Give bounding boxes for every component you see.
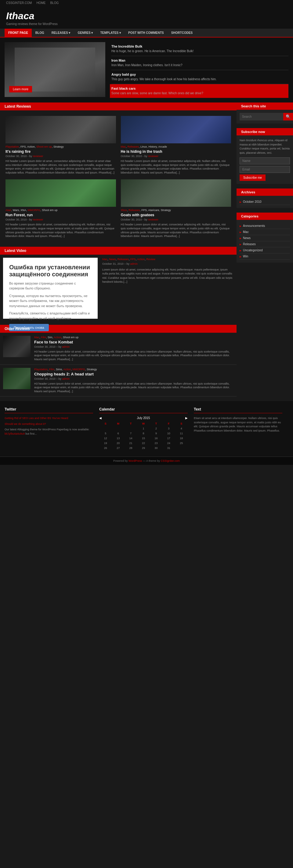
review-card-2-title[interactable]: He is hiding in the trash — [121, 150, 231, 154]
footer-text-content: Etiam sit amet arcu at interdum ullamcor… — [194, 416, 282, 433]
hero-item-4: Fast black cars Some cars are slow, some… — [110, 84, 288, 98]
topbar-link-blog[interactable]: BLOG — [50, 1, 59, 5]
older-card-1-meta: October 30, 2010 – by admin — [34, 345, 233, 348]
review-card-3-tags: Atari, Wars, XNA, MMORPG, Shoot em up — [5, 209, 116, 212]
nav-item-post-with-comments[interactable]: POST WITH COMMENTS — [124, 29, 168, 37]
categories-section-header: Categories — [237, 213, 293, 220]
review-card-2-excerpt: H3 header Lorem ipsum dolor sit amet, co… — [121, 159, 231, 175]
subscribe-email-input[interactable] — [240, 166, 290, 173]
category-releases: Releases — [240, 241, 290, 247]
cal-week-3: 121314 15161718 — [99, 436, 188, 441]
footer-twitter-item-1: Getting Rid of SEO Lies and Other BS You… — [5, 416, 93, 421]
hero-item-3: Angry bald guy This guy gets angry. We t… — [111, 70, 288, 84]
cal-header-t2: T — [150, 421, 163, 426]
calendar-table: S M T W T F S 1234 567 — [99, 421, 188, 451]
cal-header-s2: S — [175, 421, 188, 426]
video-error-title: Ошибка при установлениизащищённого соеди… — [9, 264, 90, 278]
category-announcements: Announcements — [240, 223, 290, 229]
older-reviews-section: Older Reviews Mac, Film, Sim, Action, Sh… — [0, 325, 237, 397]
hero-item-3-text: This guy gets angry. We take a thorough … — [111, 77, 288, 82]
main-nav: FRONT PAGE BLOG RELEASES ▾ GENRES ▾ TEMP… — [0, 29, 293, 37]
hero-side: The Incredible Bulk He is huge, he is gr… — [105, 42, 288, 98]
hero-item-1: The Incredible Bulk He is huge, he is gr… — [111, 42, 288, 56]
review-card-3-thumb — [5, 179, 116, 207]
older-card-2-excerpt: H3 header Lorem ipsum dolor sit amet, co… — [34, 382, 233, 394]
footer: Twitter Getting Rid of SEO Lies and Othe… — [0, 401, 293, 465]
video-date: October 31, 2010 – by admin — [102, 262, 233, 265]
top-bar: CSSGINTER.COM HOME BLOG — [0, 0, 293, 6]
older-card-2-title[interactable]: Chopping heads 2: A head start — [34, 372, 233, 376]
older-card-1-thumb — [3, 336, 31, 357]
review-card-4-meta: October 30, 2010 - by reviewer — [121, 218, 231, 221]
review-card-2-meta: October 30, 2010 - by reviewer — [121, 155, 231, 158]
older-card-1-excerpt: H3 header Lorem ipsum dolor sit amet, co… — [34, 350, 233, 362]
archives-section: Archives October 2010 — [237, 188, 293, 208]
nav-item-frontpage[interactable]: FRONT PAGE — [5, 29, 32, 37]
review-card-1-title[interactable]: It's raining fire — [5, 150, 116, 154]
archives-section-header: Archives — [237, 188, 293, 196]
older-card-2-thumb — [3, 368, 31, 389]
nav-item-blog[interactable]: BLOG — [32, 29, 48, 37]
footer-twitter-item-2: Should we do something about it? — [5, 422, 93, 426]
video-meta: Mac, News, Releases, FPS, Action, Review… — [102, 258, 233, 319]
hero-item-2-text: Iron Man, Iron Maiden, Ironing clothes. … — [111, 63, 288, 67]
search-section-header: Search this site — [237, 102, 293, 110]
cal-header-s1: S — [99, 421, 112, 426]
review-card-3: Atari, Wars, XNA, MMORPG, Shoot em up Ru… — [3, 177, 118, 240]
subscribe-text: Nam tincidunt rhoncus urna. Aliquam id m… — [240, 138, 290, 155]
review-card-1-tags: Playstation, FPS, Action, Shoot em up, S… — [5, 145, 116, 148]
footer-twitter-title: Twitter — [5, 407, 93, 413]
cal-header-w: W — [137, 421, 150, 426]
category-news: News — [240, 235, 290, 241]
footer-calendar-title: Calendar — [99, 407, 188, 413]
search-box: 🔍 — [240, 113, 290, 121]
calendar-prev[interactable]: ◀ — [99, 416, 101, 420]
calendar-nav: ◀ July 2015 ▶ — [99, 416, 188, 420]
category-mac: Mac — [240, 229, 290, 235]
archives-list: October 2010 — [240, 199, 290, 205]
subscribe-name-input[interactable] — [240, 157, 290, 164]
cal-week-4: 192021 22232425 — [99, 441, 188, 445]
review-card-2-thumb — [121, 116, 231, 143]
older-card-1-tags: Mac, Film, Sim, Action, Shoot em up — [34, 336, 233, 339]
review-card-4-thumb — [121, 179, 231, 207]
nav-item-shortcodes[interactable]: SHORTCODES — [168, 29, 197, 37]
review-card-1-excerpt: H3 header Lorem ipsum dolor sit amet, co… — [5, 159, 116, 175]
footer-twitter-widget: Twitter Getting Rid of SEO Lies and Othe… — [5, 407, 99, 451]
calendar-month: July 2015 — [137, 416, 150, 420]
topbar-link-home[interactable]: HOME — [36, 1, 46, 5]
review-card-3-title[interactable]: Run Forest, run — [5, 213, 116, 217]
hero-image: Learn more — [5, 42, 105, 97]
site-header: Ithaca Gaming reviews theme for WordPres… — [0, 6, 293, 29]
search-button[interactable]: 🔍 — [283, 113, 293, 121]
older-card-1-title[interactable]: Face to face Kombat — [34, 340, 233, 344]
cal-week-1: 1234 — [99, 426, 188, 431]
footer-calendar-widget: Calendar ◀ July 2015 ▶ S M T W T F S — [99, 407, 194, 451]
archives-item-oct2010: October 2010 — [240, 199, 290, 205]
hero-item-4-title: Fast black cars — [111, 87, 286, 90]
older-card-2: Playstation, Film, Sims, Action, MMORPG,… — [0, 365, 237, 397]
nav-item-releases[interactable]: RELEASES ▾ — [48, 29, 74, 37]
subscribe-inner: Nam tincidunt rhoncus urna. Aliquam id m… — [237, 135, 293, 184]
hero-item-2-title: Iron Man — [111, 59, 288, 62]
calendar-next[interactable]: ▶ — [185, 416, 188, 420]
video-frame: Ошибка при установлениизащищённого соеди… — [3, 258, 98, 319]
search-input[interactable] — [240, 113, 283, 121]
cal-header-f: F — [163, 421, 175, 426]
older-card-2-info: Playstation, Film, Sims, Action, MMORPG,… — [34, 368, 233, 394]
latest-video-header: Latest Video — [0, 247, 237, 255]
learn-more-button[interactable]: Learn more — [9, 86, 32, 92]
nav-item-templates[interactable]: TEMPLATES ▾ — [96, 29, 124, 37]
categories-list: Announcements Mac News Releases Uncatego… — [240, 223, 290, 259]
categories-section: Categories Announcements Mac News Releas… — [237, 213, 293, 262]
cal-header-t1: T — [124, 421, 137, 426]
footer-twitter-item-3: Our latest #blogging theme for WordPress… — [5, 428, 93, 436]
review-card-3-meta: October 30, 2010 - by reviewer — [5, 218, 116, 221]
nav-item-genres[interactable]: GENRES ▾ — [74, 29, 96, 37]
subscribe-button[interactable]: Subscribe me — [240, 175, 266, 181]
footer-text-title: Text — [194, 407, 282, 413]
topbar-link-cssginter[interactable]: CSSGINTER.COM — [6, 1, 32, 5]
review-card-4-title[interactable]: Goats with goatees — [121, 213, 231, 217]
site-title: Ithaca — [6, 10, 287, 22]
review-card-4: Xbox, Releases, FPS, Ataricare, Strategy… — [118, 177, 234, 240]
